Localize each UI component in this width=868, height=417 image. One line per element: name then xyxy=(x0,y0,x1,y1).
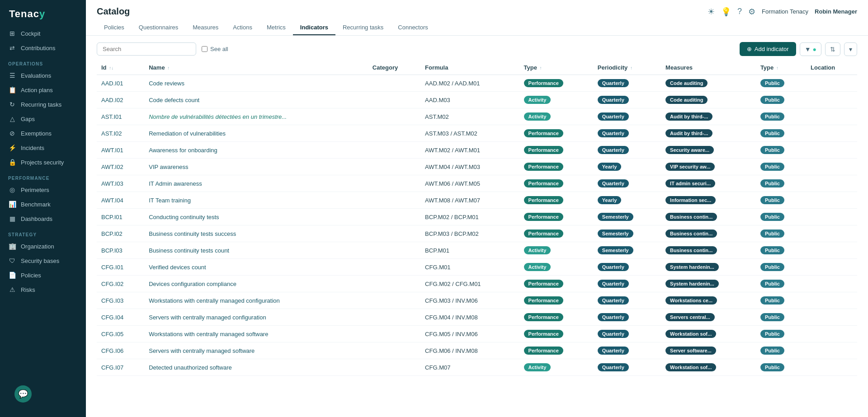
table-row[interactable]: BCP.I01 Conducting continuity tests BCP.… xyxy=(97,209,857,225)
table-row[interactable]: CFG.I02 Devices configuration compliance… xyxy=(97,276,857,292)
table-container: Id ↑↓ Name ↑ Category Formula Type ↑ Per… xyxy=(86,61,868,417)
add-button-label: Add indicator xyxy=(755,46,789,52)
sidebar-item-contributions[interactable]: ⇄ Contributions xyxy=(0,41,86,55)
sidebar-item-exemptions[interactable]: ⊘ Exemptions xyxy=(0,126,86,141)
sidebar-item-recurring-tasks[interactable]: ↻ Recurring tasks xyxy=(0,97,86,112)
add-indicator-button[interactable]: ⊕ Add indicator xyxy=(740,42,796,56)
see-all-checkbox[interactable] xyxy=(202,46,208,52)
toolbar-left: See all xyxy=(97,42,228,56)
indicators-table: Id ↑↓ Name ↑ Category Formula Type ↑ Per… xyxy=(97,61,857,376)
cell-periodicity: Quarterly xyxy=(593,175,661,192)
page-title: Catalog xyxy=(97,6,130,17)
tab-measures[interactable]: Measures xyxy=(185,20,226,35)
tab-recurring-tasks[interactable]: Recurring tasks xyxy=(335,20,391,35)
cell-type2: Public xyxy=(756,309,806,326)
cell-type: Performance xyxy=(519,276,593,292)
sidebar-item-perimeters[interactable]: ◎ Perimeters xyxy=(0,183,86,197)
cell-location xyxy=(806,259,857,276)
cell-type2: Public xyxy=(756,225,806,242)
cell-category xyxy=(368,142,420,159)
sidebar-item-action-plans[interactable]: 📋 Action plans xyxy=(0,83,86,97)
sidebar-item-organization[interactable]: 🏢 Organization xyxy=(0,239,86,253)
sidebar-item-security-bases[interactable]: 🛡 Security bases xyxy=(0,253,86,268)
table-row[interactable]: AWT.I02 VIP awareness AWT.M04 / AWT.M03 … xyxy=(97,159,857,175)
table-row[interactable]: BCP.I03 Business continuity tests count … xyxy=(97,242,857,259)
col-name[interactable]: Name ↑ xyxy=(144,61,368,75)
table-row[interactable]: BCP.I02 Business continuity tests succes… xyxy=(97,225,857,242)
sidebar-item-incidents[interactable]: ⚡ Incidents xyxy=(0,141,86,155)
cell-id: AST.I01 xyxy=(97,108,144,125)
table-row[interactable]: CFG.I05 Workstations with centrally mana… xyxy=(97,326,857,342)
col-periodicity[interactable]: Periodicity ↑ xyxy=(593,61,661,75)
table-row[interactable]: AWT.I01 Awareness for onboarding AWT.M02… xyxy=(97,142,857,159)
table-row[interactable]: AWT.I03 IT Admin awareness AWT.M06 / AWT… xyxy=(97,175,857,192)
cell-measures: Business contin... xyxy=(661,209,756,225)
sidebar-item-label: Evaluations xyxy=(21,72,51,79)
filter-button[interactable]: ▼ ● xyxy=(800,42,821,56)
sidebar-item-projects-security[interactable]: 🔒 Projects security xyxy=(0,155,86,169)
col-type2[interactable]: Type ↑ xyxy=(756,61,806,75)
sidebar-item-evaluations[interactable]: ☰ Evaluations xyxy=(0,68,86,83)
table-row[interactable]: AWT.I04 IT Team training AWT.M08 / AWT.M… xyxy=(97,192,857,209)
bulb-icon[interactable]: 💡 xyxy=(721,7,731,17)
cell-location xyxy=(806,75,857,92)
sidebar-item-benchmark[interactable]: 📊 Benchmark xyxy=(0,197,86,211)
cell-id: AAD.I01 xyxy=(97,75,144,92)
cell-location xyxy=(806,309,857,326)
cell-formula: AST.M02 xyxy=(420,108,519,125)
cell-formula: BCP.M03 / BCP.M02 xyxy=(420,225,519,242)
cell-name: Remediation of vulnerabilities xyxy=(144,125,368,142)
exemptions-icon: ⊘ xyxy=(8,130,16,137)
cell-type2: Public xyxy=(756,259,806,276)
table-row[interactable]: AST.I01 Nombre de vulnérabilités détecté… xyxy=(97,108,857,125)
table-row[interactable]: CFG.I04 Servers with centrally managed c… xyxy=(97,309,857,326)
tab-metrics[interactable]: Metrics xyxy=(259,20,293,35)
toolbar-right: ⊕ Add indicator ▼ ● ⇅ ▾ xyxy=(740,42,857,56)
settings-icon[interactable]: ⚙ xyxy=(748,7,755,17)
tab-policies[interactable]: Policies xyxy=(97,20,132,35)
tab-actions[interactable]: Actions xyxy=(226,20,259,35)
col-type[interactable]: Type ↑ xyxy=(519,61,593,75)
cell-id: CFG.I05 xyxy=(97,326,144,342)
cell-measures: Code auditing xyxy=(661,92,756,108)
cell-formula: CFG.M01 xyxy=(420,259,519,276)
cell-periodicity: Quarterly xyxy=(593,342,661,359)
see-all-label[interactable]: See all xyxy=(202,46,228,52)
sidebar-item-policies[interactable]: 📄 Policies xyxy=(0,268,86,282)
cell-formula: AWT.M04 / AWT.M03 xyxy=(420,159,519,175)
cell-id: AWT.I04 xyxy=(97,192,144,209)
cell-measures: VIP security aw... xyxy=(661,159,756,175)
sidebar-item-cockpit[interactable]: ⊞ Cockpit xyxy=(0,26,86,41)
table-row[interactable]: AST.I02 Remediation of vulnerabilities A… xyxy=(97,125,857,142)
sun-icon[interactable]: ☀ xyxy=(708,7,715,17)
cell-measures: Information sec... xyxy=(661,192,756,209)
tab-questionnaires[interactable]: Questionnaires xyxy=(132,20,185,35)
cell-location xyxy=(806,225,857,242)
cell-periodicity: Quarterly xyxy=(593,92,661,108)
sidebar-item-dashboards[interactable]: ▦ Dashboards xyxy=(0,211,86,226)
col-id[interactable]: Id ↑↓ xyxy=(97,61,144,75)
cell-type: Activity xyxy=(519,108,593,125)
columns-button[interactable]: ▾ xyxy=(844,42,857,56)
search-input[interactable] xyxy=(97,42,196,56)
cell-location xyxy=(806,359,857,376)
table-row[interactable]: AAD.I01 Code reviews AAD.M02 / AAD.M01 P… xyxy=(97,75,857,92)
tab-connectors[interactable]: Connectors xyxy=(391,20,435,35)
sidebar-item-risks[interactable]: ⚠ Risks xyxy=(0,282,86,297)
table-row[interactable]: AAD.I02 Code defects count AAD.M03 Activ… xyxy=(97,92,857,108)
table-row[interactable]: CFG.I07 Detected unauthorized software C… xyxy=(97,359,857,376)
cell-formula: CFG.M02 / CFG.M01 xyxy=(420,276,519,292)
tab-indicators[interactable]: Indicators xyxy=(293,20,335,35)
topbar-right: ☀ 💡 ? ⚙ Formation Tenacy Robin Menager xyxy=(708,7,857,17)
cell-name: Nombre de vulnérabilités détectées en un… xyxy=(144,108,368,125)
sort-icon: ⇅ xyxy=(830,46,835,53)
cell-periodicity: Quarterly xyxy=(593,108,661,125)
table-row[interactable]: CFG.I01 Verified devices count CFG.M01 A… xyxy=(97,259,857,276)
sort-button[interactable]: ⇅ xyxy=(825,42,840,56)
table-row[interactable]: CFG.I03 Workstations with centrally mana… xyxy=(97,292,857,309)
sidebar-item-gaps[interactable]: △ Gaps xyxy=(0,112,86,126)
table-row[interactable]: CFG.I06 Servers with centrally managed s… xyxy=(97,342,857,359)
filter-dot: ● xyxy=(813,46,816,53)
help-icon[interactable]: ? xyxy=(737,7,742,16)
chat-button[interactable]: 💬 xyxy=(14,385,32,403)
